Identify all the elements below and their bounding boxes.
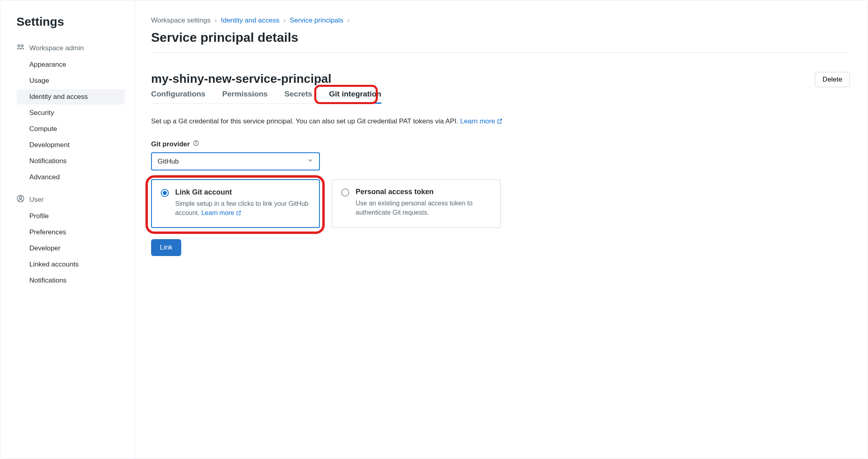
tab-secrets[interactable]: Secrets: [285, 90, 312, 103]
option-description: Use an existing personal access token to…: [356, 199, 491, 217]
sidebar-item-linked-accounts[interactable]: Linked accounts: [16, 257, 125, 272]
svg-point-1: [21, 45, 23, 47]
info-icon: [193, 140, 199, 148]
sidebar-item-advanced[interactable]: Advanced: [16, 170, 125, 185]
option-description: Simple setup in a few clicks to link you…: [175, 199, 310, 218]
sidebar-group-label: Workspace admin: [29, 44, 84, 52]
divider: [151, 52, 850, 53]
git-provider-select[interactable]: GitHub: [151, 152, 320, 170]
learn-more-link-option[interactable]: Learn more: [201, 209, 242, 216]
option-title: Link Git account: [175, 188, 310, 197]
sidebar-group-label: User: [29, 196, 44, 204]
delete-button[interactable]: Delete: [815, 72, 850, 87]
tab-configurations[interactable]: Configurations: [151, 90, 205, 103]
sidebar-group-user: User: [16, 195, 125, 205]
sidebar-item-appearance[interactable]: Appearance: [16, 57, 125, 72]
sidebar-item-preferences[interactable]: Preferences: [16, 225, 125, 240]
tab-permissions[interactable]: Permissions: [222, 90, 268, 103]
git-integration-description: Set up a Git credential for this service…: [151, 117, 850, 126]
svg-point-3: [19, 197, 21, 199]
sidebar-group-workspace-admin: Workspace admin: [16, 43, 125, 53]
main-content: Workspace settings › Identity and access…: [135, 0, 868, 459]
sidebar-item-usage[interactable]: Usage: [16, 73, 125, 88]
entity-name: my-shiny-new-service-principal: [151, 72, 381, 86]
breadcrumb-item: Workspace settings: [151, 16, 211, 25]
workspace-admin-icon: [16, 43, 25, 53]
tab-git-integration[interactable]: Git integration: [329, 90, 381, 103]
sidebar-item-development[interactable]: Development: [16, 137, 125, 153]
chevron-right-icon: ›: [283, 16, 286, 25]
option-title: Personal access token: [356, 188, 491, 196]
external-link-icon: [236, 209, 242, 218]
chevron-right-icon: ›: [215, 16, 217, 25]
user-icon: [16, 195, 25, 205]
page-title: Service principal details: [151, 30, 850, 45]
option-link-git-account[interactable]: Link Git account Simple setup in a few c…: [151, 179, 320, 228]
sidebar-item-user-notifications[interactable]: Notifications: [16, 273, 125, 288]
sidebar-item-compute[interactable]: Compute: [16, 121, 125, 137]
chevron-right-icon: ›: [347, 16, 350, 25]
radio-personal-access-token[interactable]: [341, 189, 349, 197]
sidebar-nav-workspace: Appearance Usage Identity and access Sec…: [16, 57, 125, 185]
settings-sidebar: Settings Workspace admin Appearance Usag…: [0, 0, 135, 459]
git-provider-value: GitHub: [158, 158, 179, 166]
sidebar-item-developer[interactable]: Developer: [16, 241, 125, 256]
sidebar-item-notifications[interactable]: Notifications: [16, 154, 125, 169]
sidebar-item-security[interactable]: Security: [16, 105, 125, 121]
breadcrumb: Workspace settings › Identity and access…: [151, 16, 850, 25]
breadcrumb-link-service-principals[interactable]: Service principals: [290, 16, 343, 25]
breadcrumb-link-identity[interactable]: Identity and access: [221, 16, 280, 25]
radio-link-git-account[interactable]: [161, 189, 169, 197]
sidebar-nav-user: Profile Preferences Developer Linked acc…: [16, 209, 125, 288]
sidebar-title: Settings: [16, 15, 125, 29]
svg-point-0: [18, 45, 20, 47]
svg-point-6: [196, 141, 197, 142]
tabs: Configurations Permissions Secrets Git i…: [151, 90, 381, 104]
option-personal-access-token[interactable]: Personal access token Use an existing pe…: [332, 179, 501, 228]
learn-more-link[interactable]: Learn more: [460, 117, 503, 125]
link-button[interactable]: Link: [151, 239, 181, 256]
git-provider-label: Git provider: [151, 140, 850, 148]
sidebar-item-profile[interactable]: Profile: [16, 209, 125, 224]
external-link-icon: [497, 118, 503, 126]
chevron-down-icon: [307, 157, 313, 166]
sidebar-item-identity-and-access[interactable]: Identity and access: [16, 89, 125, 105]
